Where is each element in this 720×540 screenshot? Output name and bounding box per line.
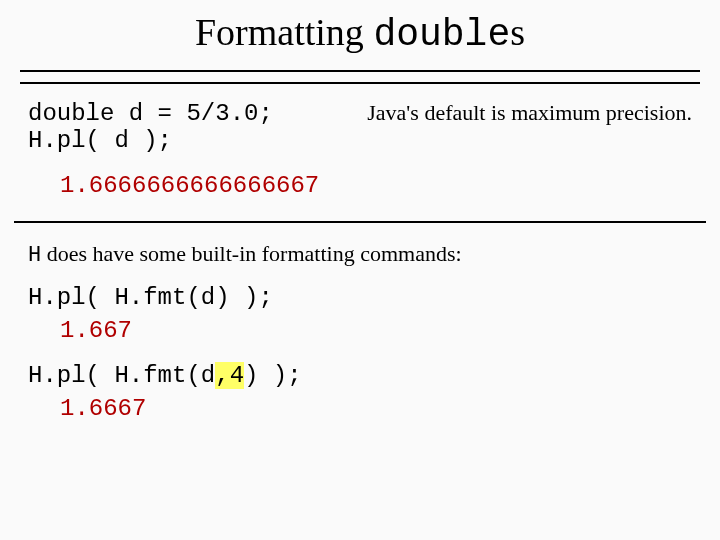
body-text: H does have some built-in formatting com… <box>28 241 692 268</box>
body-text-mono: H <box>28 243 41 268</box>
body: H does have some built-in formatting com… <box>0 241 720 422</box>
example-2-output: 1.6667 <box>60 395 692 422</box>
example-2-pre: H.pl( H.fmt(d <box>28 362 215 389</box>
body-text-rest: does have some built-in formatting comma… <box>41 241 461 266</box>
title-prefix: Formatting <box>195 11 373 53</box>
intro-note: Java's default is maximum precision. <box>367 100 692 126</box>
example-1-code: H.pl( H.fmt(d) ); <box>28 284 692 311</box>
slide: Formatting doubles double d = 5/3.0; H.p… <box>0 0 720 540</box>
intro-row: double d = 5/3.0; H.pl( d ); Java's defa… <box>0 94 720 154</box>
title-mono: double <box>373 13 510 56</box>
intro-code: double d = 5/3.0; H.pl( d ); <box>28 100 273 154</box>
output-1: 1.6666666666666667 <box>60 172 720 199</box>
title-suffix: s <box>510 11 525 53</box>
example-1-output: 1.667 <box>60 317 692 344</box>
code-line-2: H.pl( d ); <box>28 127 172 154</box>
example-2-post: ) ); <box>244 362 302 389</box>
example-2-highlight: ,4 <box>215 362 244 389</box>
page-title: Formatting doubles <box>0 0 720 64</box>
example-2-code: H.pl( H.fmt(d,4) ); <box>28 362 692 389</box>
divider <box>14 221 706 223</box>
code-line-1: double d = 5/3.0; <box>28 100 273 127</box>
double-rule <box>20 70 700 84</box>
